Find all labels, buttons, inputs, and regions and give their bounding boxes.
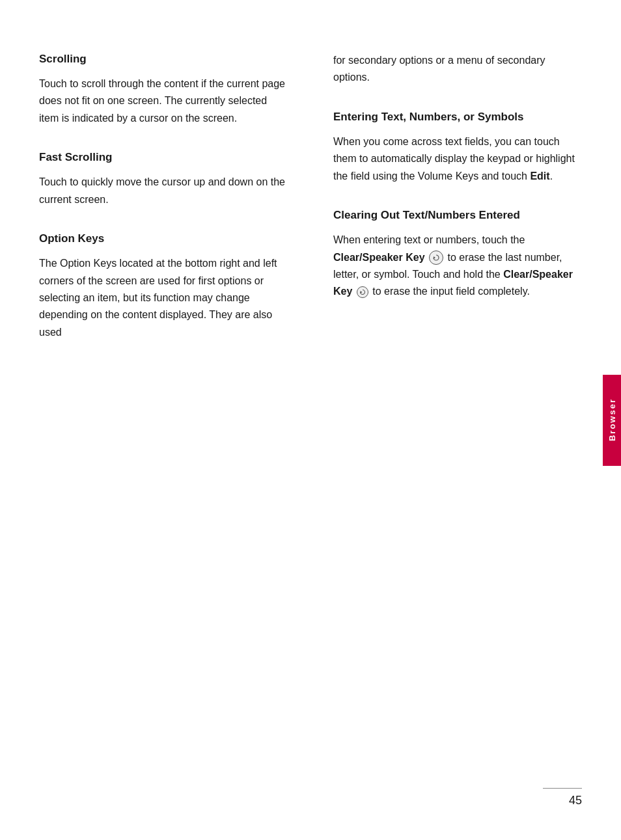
clearing-text-title: Clearing Out Text/Numbers Entered (333, 208, 582, 223)
section-option-keys: Option Keys The Option Keys located at t… (39, 232, 288, 341)
section-entering-text: Entering Text, Numbers, or Symbols When … (333, 110, 582, 185)
continuation-text: for secondary options or a menu of secon… (333, 52, 582, 87)
entering-text-body: When you come across text fields, you ca… (333, 133, 582, 185)
clearing-text-body: When entering text or numbers, touch the… (333, 232, 582, 301)
two-column-layout: Scrolling Touch to scroll through the co… (39, 52, 582, 788)
page-divider (543, 788, 582, 789)
clearing-post: to erase the input field completely. (372, 286, 530, 297)
option-keys-title: Option Keys (39, 232, 288, 246)
fast-scrolling-title: Fast Scrolling (39, 150, 288, 165)
entering-text-title: Entering Text, Numbers, or Symbols (333, 110, 582, 124)
edit-bold: Edit (530, 170, 549, 182)
scrolling-title: Scrolling (39, 52, 288, 66)
clearing-title-text: Clearing Out Text/Numbers Entered (333, 209, 520, 221)
page-container: Scrolling Touch to scroll through the co… (0, 0, 621, 840)
sidebar-tab-label: Browser (607, 398, 617, 441)
page-footer: 45 (543, 788, 582, 808)
scrolling-body: Touch to scroll through the content if t… (39, 75, 288, 127)
option-keys-body: The Option Keys located at the bottom ri… (39, 255, 288, 341)
option-keys-text: The Option Keys located at the bottom ri… (39, 258, 277, 338)
section-fast-scrolling: Fast Scrolling Touch to quickly move the… (39, 150, 288, 208)
clear-speaker-key-icon-2 (357, 286, 368, 298)
clearing-pre: When entering text or numbers, touch the (333, 234, 525, 245)
page-number: 45 (569, 794, 582, 807)
clear-speaker-key-icon-1 (429, 251, 443, 265)
svg-marker-1 (360, 291, 362, 293)
right-column: for secondary options or a menu of secon… (327, 52, 582, 788)
svg-marker-0 (434, 256, 435, 259)
browser-sidebar-tab: Browser (603, 375, 621, 466)
section-scrolling: Scrolling Touch to scroll through the co… (39, 52, 288, 127)
fast-scrolling-body: Touch to quickly move the cursor up and … (39, 174, 288, 208)
section-clearing-text: Clearing Out Text/Numbers Entered When e… (333, 208, 582, 301)
clear-speaker-key-label-1: Clear/Speaker Key (333, 252, 425, 263)
section-continuation: for secondary options or a menu of secon… (333, 52, 582, 87)
left-column: Scrolling Touch to scroll through the co… (39, 52, 301, 788)
